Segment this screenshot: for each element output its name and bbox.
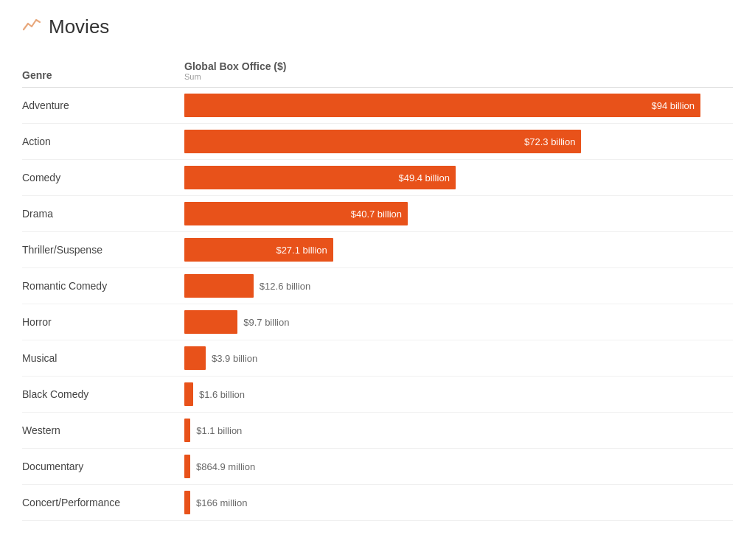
genre-label: Horror bbox=[22, 309, 184, 335]
bar-container: $40.7 billion bbox=[184, 196, 733, 231]
genre-label: Thriller/Suspense bbox=[22, 237, 184, 263]
bar-label-inside: $49.4 billion bbox=[398, 172, 449, 183]
page-title: Movies bbox=[49, 15, 109, 38]
bar-container: $94 billion bbox=[184, 88, 733, 123]
table-row: Drama$40.7 billion bbox=[22, 196, 733, 232]
bar-container: $864.9 million bbox=[184, 449, 733, 484]
genre-label: Action bbox=[22, 128, 184, 155]
bar-container: $72.3 billion bbox=[184, 124, 733, 159]
chart-icon bbox=[22, 15, 41, 38]
genre-label: Comedy bbox=[22, 164, 184, 191]
bar-container: $1.6 billion bbox=[184, 377, 733, 412]
bar-label-inside: $27.1 billion bbox=[276, 245, 327, 256]
bar-container: $9.7 billion bbox=[184, 304, 733, 340]
bar bbox=[184, 419, 190, 442]
bar-label-outside: $3.9 billion bbox=[212, 353, 257, 364]
table-row: Western$1.1 billion bbox=[22, 413, 733, 449]
bar-container: $12.6 billion bbox=[184, 268, 733, 304]
bar-label-inside: $94 billion bbox=[651, 100, 695, 111]
box-office-column-header: Global Box Office ($) Sum bbox=[184, 60, 733, 81]
box-office-title: Global Box Office ($) bbox=[184, 60, 733, 72]
bar-label-inside: $72.3 billion bbox=[524, 136, 575, 147]
table-row: Comedy$49.4 billion bbox=[22, 160, 733, 196]
table-row: Adventure$94 billion bbox=[22, 88, 733, 124]
table-row: Musical$3.9 billion bbox=[22, 340, 733, 377]
page-header: Movies bbox=[22, 15, 733, 38]
bar-label-outside: $864.9 million bbox=[196, 461, 255, 472]
bar bbox=[184, 274, 254, 298]
chart-container: Genre Global Box Office ($) Sum Adventur… bbox=[22, 60, 733, 521]
genre-label: Drama bbox=[22, 200, 184, 227]
genre-label: Black Comedy bbox=[22, 381, 184, 407]
bar-label-outside: $1.6 billion bbox=[199, 389, 245, 400]
bar: $94 billion bbox=[184, 94, 700, 117]
bar-label-outside: $166 million bbox=[196, 497, 247, 508]
bar-label-inside: $40.7 billion bbox=[351, 209, 402, 220]
bar-container: $49.4 billion bbox=[184, 160, 733, 195]
genre-label: Documentary bbox=[22, 453, 184, 480]
genre-label: Musical bbox=[22, 345, 184, 371]
table-row: Concert/Performance$166 million bbox=[22, 485, 733, 521]
bar bbox=[184, 310, 237, 334]
table-row: Documentary$864.9 million bbox=[22, 449, 733, 485]
genre-label: Western bbox=[22, 417, 184, 444]
bar: $72.3 billion bbox=[184, 130, 581, 153]
bar: $27.1 billion bbox=[184, 238, 333, 262]
chart-rows: Adventure$94 billionAction$72.3 billionC… bbox=[22, 88, 733, 521]
bar bbox=[184, 491, 190, 514]
bar-label-outside: $12.6 billion bbox=[260, 281, 310, 292]
table-row: Romantic Comedy$12.6 billion bbox=[22, 268, 733, 304]
bar bbox=[184, 382, 193, 406]
table-row: Thriller/Suspense$27.1 billion bbox=[22, 232, 733, 268]
genre-column-header: Genre bbox=[22, 69, 184, 81]
genre-label: Romantic Comedy bbox=[22, 273, 184, 299]
table-row: Action$72.3 billion bbox=[22, 124, 733, 160]
table-row: Black Comedy$1.6 billion bbox=[22, 377, 733, 413]
bar bbox=[184, 455, 190, 478]
bar-label-outside: $9.7 billion bbox=[243, 317, 289, 328]
bar-label-outside: $1.1 billion bbox=[196, 425, 242, 436]
genre-label: Concert/Performance bbox=[22, 489, 184, 516]
bar bbox=[184, 346, 206, 370]
bar: $49.4 billion bbox=[184, 166, 456, 189]
bar: $40.7 billion bbox=[184, 202, 408, 225]
bar-container: $166 million bbox=[184, 485, 733, 520]
bar-container: $27.1 billion bbox=[184, 232, 733, 267]
table-row: Horror$9.7 billion bbox=[22, 304, 733, 340]
genre-label: Adventure bbox=[22, 92, 184, 119]
box-office-subtitle: Sum bbox=[184, 72, 733, 81]
column-headers: Genre Global Box Office ($) Sum bbox=[22, 60, 733, 88]
bar-container: $1.1 billion bbox=[184, 413, 733, 448]
bar-container: $3.9 billion bbox=[184, 340, 733, 376]
